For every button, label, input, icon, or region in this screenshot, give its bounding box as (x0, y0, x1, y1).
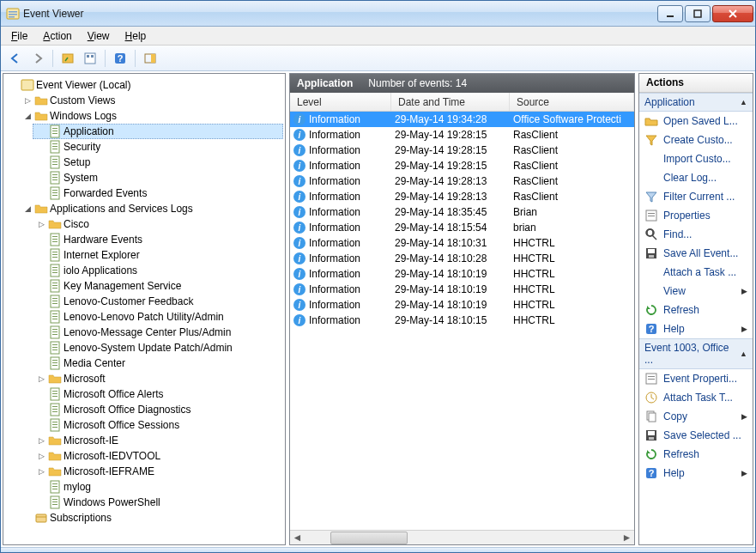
event-row[interactable]: iInformation 29-May-14 18:10:15 HHCTRL (290, 313, 634, 328)
collapse-icon[interactable]: ▲ (740, 98, 747, 106)
tree-panel[interactable]: Event Viewer (Local) ▷ Custom Views (3, 73, 286, 545)
tree-custom-views[interactable]: ▷ Custom Views (19, 93, 283, 108)
tree-root[interactable]: Event Viewer (Local) (5, 77, 283, 93)
actions-section-event[interactable]: Event 1003, Office ... ▲ (639, 338, 753, 369)
tree-item[interactable]: Microsoft Office Alerts (33, 386, 283, 402)
expander-icon[interactable] (7, 78, 21, 92)
action-pane-button[interactable] (141, 49, 160, 68)
action-item[interactable]: Refresh (639, 445, 753, 464)
maximize-button[interactable] (685, 5, 711, 22)
menu-action[interactable]: Action (36, 28, 78, 44)
action-item[interactable]: Find... (639, 225, 753, 244)
expander-icon[interactable]: ◢ (21, 109, 34, 123)
minimize-button[interactable] (657, 5, 683, 22)
forward-button[interactable] (28, 49, 47, 68)
tree-item[interactable]: Lenovo-Message Center Plus/Admin (33, 325, 283, 340)
action-item[interactable]: Copy ▶ (639, 407, 753, 426)
tree-item[interactable]: mylog (33, 479, 283, 495)
col-source[interactable]: Source (510, 93, 634, 111)
tree-item[interactable]: Key Management Service (33, 278, 283, 294)
collapse-icon[interactable]: ▲ (740, 349, 747, 358)
action-item[interactable]: Event Properti... (639, 369, 753, 388)
expander-icon[interactable] (21, 511, 34, 525)
tree-item[interactable]: ▷ Microsoft-IEDVTOOL (33, 448, 283, 464)
scroll-right-icon[interactable]: ► (620, 532, 634, 544)
tree-apps-services-logs[interactable]: ◢ Applications and Services Logs (19, 201, 283, 216)
event-row[interactable]: iInformation 29-May-14 18:10:19 HHCTRL (290, 297, 634, 313)
tree-item[interactable]: Internet Explorer (33, 247, 283, 263)
event-row[interactable]: iInformation 29-May-14 19:34:28 Office S… (290, 112, 634, 127)
col-date[interactable]: Date and Time (391, 93, 510, 111)
tree-item[interactable]: Lenovo-System Update Patch/Admin (33, 340, 283, 356)
expander-icon[interactable]: ▷ (34, 465, 48, 478)
menu-bar: File Action View Help (1, 27, 755, 46)
menu-file[interactable]: File (4, 28, 34, 44)
tree-item[interactable]: ▷ Cisco (33, 216, 283, 232)
tree-item-security[interactable]: Security (33, 139, 283, 155)
event-row[interactable]: iInformation 29-May-14 18:15:54 brian (290, 220, 634, 235)
action-item[interactable]: View ▶ (639, 282, 753, 301)
tree-item-forwarded events[interactable]: Forwarded Events (33, 185, 283, 201)
show-tree-button[interactable] (58, 49, 77, 68)
tree-item[interactable]: Microsoft Office Sessions (33, 417, 283, 433)
menu-view[interactable]: View (81, 28, 117, 44)
properties-button[interactable] (81, 49, 100, 68)
tree-item[interactable]: ▷ Microsoft-IE (33, 433, 283, 448)
events-body[interactable]: iInformation 29-May-14 19:34:28 Office S… (290, 112, 634, 530)
action-item[interactable]: ? Help ▶ (639, 319, 753, 338)
event-row[interactable]: iInformation 29-May-14 19:28:13 RasClien… (290, 173, 634, 189)
action-item[interactable]: Save Selected ... (639, 426, 753, 445)
tree-item[interactable]: Lenovo-Lenovo Patch Utility/Admin (33, 309, 283, 325)
action-item[interactable]: Properties (639, 206, 753, 225)
event-row[interactable]: iInformation 29-May-14 18:35:45 Brian (290, 204, 634, 220)
tree-item[interactable]: Hardware Events (33, 232, 283, 247)
expander-icon[interactable]: ◢ (21, 202, 34, 216)
action-item[interactable]: Import Custo... (639, 149, 753, 168)
tree-item-setup[interactable]: Setup (33, 155, 283, 170)
action-item[interactable]: Attach Task T... (639, 388, 753, 407)
close-button[interactable] (712, 5, 753, 22)
action-item[interactable]: Filter Current ... (639, 187, 753, 206)
expander-icon[interactable]: ▷ (34, 434, 48, 447)
action-item[interactable]: Clear Log... (639, 168, 753, 187)
event-row[interactable]: iInformation 29-May-14 18:10:28 HHCTRL (290, 251, 634, 266)
event-row[interactable]: iInformation 29-May-14 18:10:19 HHCTRL (290, 266, 634, 282)
action-item[interactable]: Create Custo... (639, 131, 753, 149)
event-row[interactable]: iInformation 29-May-14 19:28:15 RasClien… (290, 158, 634, 173)
back-button[interactable] (6, 49, 25, 68)
expander-icon[interactable]: ▷ (34, 217, 48, 231)
expander-icon[interactable]: ▷ (34, 372, 48, 386)
action-item[interactable]: ? Help ▶ (639, 464, 753, 483)
action-item[interactable]: Attach a Task ... (639, 263, 753, 282)
tree-subscriptions[interactable]: Subscriptions (19, 510, 283, 526)
menu-help[interactable]: Help (118, 28, 154, 44)
expander-icon[interactable]: ▷ (34, 449, 48, 463)
actions-section-application[interactable]: Application ▲ (639, 93, 753, 112)
action-item[interactable]: Open Saved L... (639, 112, 753, 131)
tree-item[interactable]: ▷ Microsoft-IEFRAME (33, 464, 283, 479)
tree-item-system[interactable]: System (33, 170, 283, 185)
tree-item-application[interactable]: Application (33, 124, 283, 139)
tree-item[interactable]: Media Center (33, 356, 283, 371)
event-row[interactable]: iInformation 29-May-14 18:10:19 HHCTRL (290, 282, 634, 297)
event-row[interactable]: iInformation 29-May-14 19:28:15 RasClien… (290, 143, 634, 158)
action-item[interactable]: Save All Event... (639, 244, 753, 263)
title-bar[interactable]: Event Viewer (1, 1, 755, 27)
event-row[interactable]: iInformation 29-May-14 19:28:15 RasClien… (290, 127, 634, 143)
tree-item[interactable]: iolo Applications (33, 263, 283, 278)
scroll-left-icon[interactable]: ◄ (290, 532, 305, 544)
expander-icon[interactable]: ▷ (21, 94, 34, 107)
tree-item[interactable]: Lenovo-Customer Feedback (33, 294, 283, 309)
help-button[interactable]: ? (111, 49, 130, 68)
tree-item[interactable]: Windows PowerShell (33, 495, 283, 510)
col-level[interactable]: Level (290, 93, 391, 111)
tree-item[interactable]: Microsoft Office Diagnostics (33, 402, 283, 417)
action-item[interactable]: Refresh (639, 301, 753, 319)
scroll-thumb[interactable] (330, 532, 408, 544)
horizontal-scrollbar[interactable]: ◄ ► (290, 530, 634, 544)
event-row[interactable]: iInformation 29-May-14 18:10:31 HHCTRL (290, 235, 634, 251)
svg-rect-66 (52, 349, 57, 350)
event-row[interactable]: iInformation 29-May-14 19:28:13 RasClien… (290, 189, 634, 204)
tree-windows-logs[interactable]: ◢ Windows Logs (19, 108, 283, 124)
tree-item[interactable]: ▷ Microsoft (33, 371, 283, 386)
